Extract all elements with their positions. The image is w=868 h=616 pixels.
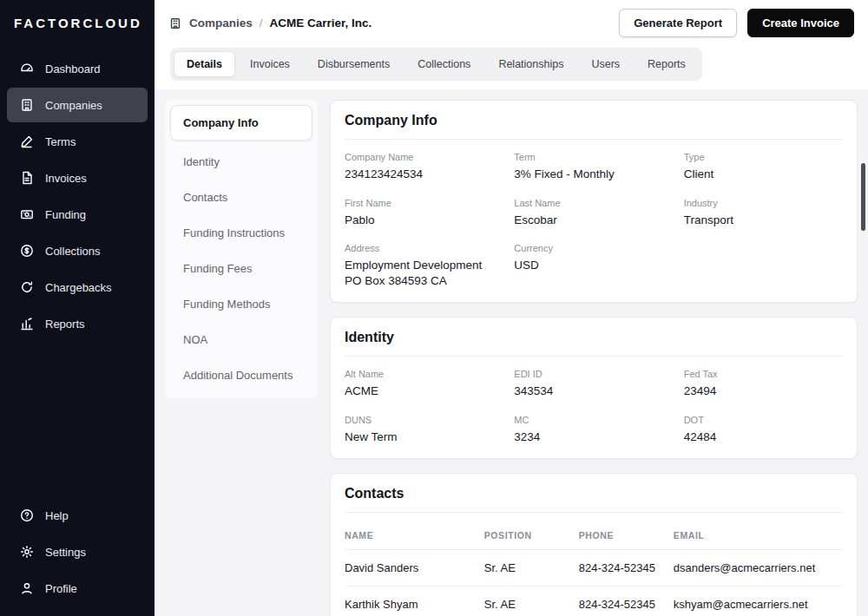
- sidebar-item-help[interactable]: Help: [7, 498, 148, 533]
- field-edi-id: EDI ID 343534: [514, 369, 673, 399]
- contacts-card: Contacts NAME POSITION PHONE EMAIL: [330, 473, 858, 616]
- section-nav-contacts[interactable]: Contacts: [170, 180, 312, 215]
- identity-card: Identity Alt Name ACME EDI ID 343534 Fed…: [330, 317, 858, 459]
- section-nav-funding-fees[interactable]: Funding Fees: [170, 251, 312, 286]
- tab-disbursements[interactable]: Disbursements: [305, 51, 403, 77]
- field-label: DUNS: [345, 415, 503, 425]
- sidebar-item-invoices[interactable]: Invoices: [7, 161, 148, 195]
- contact-phone: 824-324-52345: [579, 587, 674, 616]
- sidebar-item-terms[interactable]: Terms: [7, 124, 148, 159]
- company-info-title: Company Info: [345, 113, 843, 140]
- field-currency: Currency USD: [514, 243, 673, 288]
- sidebar-nav: Dashboard Companies Terms Invoices: [0, 51, 155, 341]
- sidebar-item-label: Dashboard: [45, 62, 101, 75]
- field-value: 23494: [684, 383, 843, 399]
- tab-reports[interactable]: Reports: [635, 51, 699, 77]
- field-label: Currency: [514, 243, 673, 253]
- section-nav-noa[interactable]: NOA: [170, 322, 312, 357]
- sidebar-item-label: Chargebacks: [45, 281, 112, 294]
- sidebar-item-settings[interactable]: Settings: [7, 534, 148, 569]
- generate-report-button[interactable]: Generate Report: [619, 9, 737, 37]
- sidebar-footer: Help Settings Profile: [0, 498, 155, 616]
- tab-relationships[interactable]: Relationships: [485, 51, 576, 77]
- field-value: Pablo: [345, 213, 503, 228]
- field-value: Escobar: [514, 213, 673, 228]
- field-value: Client: [684, 167, 843, 182]
- contacts-title: Contacts: [345, 486, 843, 513]
- breadcrumb-separator: /: [260, 16, 263, 29]
- profile-icon: [19, 580, 35, 596]
- field-value: 3% Fixed - Monthly: [514, 167, 673, 182]
- field-label: MC: [514, 415, 673, 425]
- sidebar-item-label: Help: [45, 509, 69, 522]
- field-value: 234123424534: [345, 167, 503, 182]
- field-industry: Industry Transport: [684, 198, 843, 228]
- field-value: Transport: [684, 213, 843, 228]
- tab-bar: Details Invoices Disbursements Collectio…: [170, 48, 702, 81]
- contact-email: dsanders@acmecarriers.net: [674, 550, 843, 587]
- dashboard-icon: [19, 61, 35, 76]
- column-header-phone: PHONE: [579, 525, 674, 550]
- topbar-actions: Generate Report Create Invoice: [619, 9, 854, 37]
- tab-details[interactable]: Details: [174, 51, 235, 77]
- sidebar-item-chargebacks[interactable]: Chargebacks: [7, 270, 148, 305]
- contact-position: Sr. AE: [484, 550, 579, 587]
- sidebar-item-reports[interactable]: Reports: [7, 306, 148, 341]
- sidebar-item-label: Settings: [45, 546, 86, 559]
- tab-users[interactable]: Users: [578, 51, 633, 77]
- reports-icon: [19, 316, 35, 331]
- section-nav-company-info[interactable]: Company Info: [170, 105, 312, 141]
- funding-icon: [19, 206, 35, 222]
- contacts-table: NAME POSITION PHONE EMAIL David Sanders …: [345, 525, 843, 616]
- section-nav-additional-documents[interactable]: Additional Documents: [170, 357, 312, 393]
- sidebar-item-label: Invoices: [45, 172, 87, 185]
- field-label: Term: [514, 152, 673, 162]
- field-mc: MC 3234: [514, 415, 673, 445]
- sidebar-item-collections[interactable]: Collections: [7, 233, 148, 268]
- section-nav-funding-methods[interactable]: Funding Methods: [170, 286, 312, 322]
- invoices-icon: [19, 170, 35, 186]
- contact-name: Karthik Shyam: [345, 587, 484, 616]
- app-window: FACTORCLOUD Dashboard Companies Terms: [0, 0, 868, 616]
- tab-collections[interactable]: Collections: [404, 51, 483, 77]
- sidebar-item-companies[interactable]: Companies: [7, 88, 148, 122]
- field-value: 3234: [514, 429, 673, 445]
- field-label: Address: [345, 243, 503, 253]
- table-row[interactable]: David Sanders Sr. AE 824-324-52345 dsand…: [345, 550, 843, 587]
- field-label: Last Name: [514, 198, 673, 208]
- company-info-fields: Company Name 234123424534 Term 3% Fixed …: [345, 152, 843, 288]
- chargebacks-icon: [19, 279, 35, 295]
- section-nav-identity[interactable]: Identity: [170, 144, 312, 180]
- field-value: ACME: [345, 383, 503, 399]
- identity-fields: Alt Name ACME EDI ID 343534 Fed Tax 2349…: [345, 369, 843, 444]
- field-value: New Term: [345, 429, 503, 445]
- companies-icon: [19, 97, 35, 113]
- sidebar-item-dashboard[interactable]: Dashboard: [7, 51, 148, 86]
- breadcrumb-companies-link[interactable]: Companies: [189, 16, 253, 29]
- section-nav-funding-instructions[interactable]: Funding Instructions: [170, 215, 312, 251]
- field-address: Address Employment Development PO Box 38…: [345, 243, 503, 288]
- column-header-name: NAME: [345, 525, 484, 550]
- sidebar-item-funding[interactable]: Funding: [7, 197, 148, 232]
- field-label: Fed Tax: [684, 369, 843, 379]
- field-label: Alt Name: [345, 369, 503, 379]
- tab-invoices[interactable]: Invoices: [237, 51, 303, 77]
- field-label: Industry: [684, 198, 843, 208]
- terms-icon: [19, 134, 35, 149]
- section-nav: Company Info Identity Contacts Funding I…: [165, 100, 318, 398]
- collections-icon: [19, 243, 35, 259]
- field-dot: DOT 42484: [684, 415, 843, 445]
- app-logo: FACTORCLOUD: [0, 0, 155, 51]
- sidebar-item-profile[interactable]: Profile: [7, 571, 148, 606]
- settings-icon: [19, 544, 35, 560]
- sidebar-item-label: Funding: [45, 208, 86, 221]
- field-label: First Name: [345, 198, 503, 208]
- field-value: USD: [514, 258, 673, 273]
- vertical-scrollbar-thumb[interactable]: [861, 163, 865, 231]
- breadcrumb: Companies / ACME Carrier, Inc. Generate …: [168, 9, 854, 37]
- field-label: Company Name: [345, 152, 503, 162]
- sidebar-item-label: Profile: [45, 582, 77, 595]
- column-header-position: POSITION: [484, 525, 579, 550]
- table-row[interactable]: Karthik Shyam Sr. AE 824-324-52345 kshya…: [345, 587, 843, 616]
- create-invoice-button[interactable]: Create Invoice: [747, 9, 854, 37]
